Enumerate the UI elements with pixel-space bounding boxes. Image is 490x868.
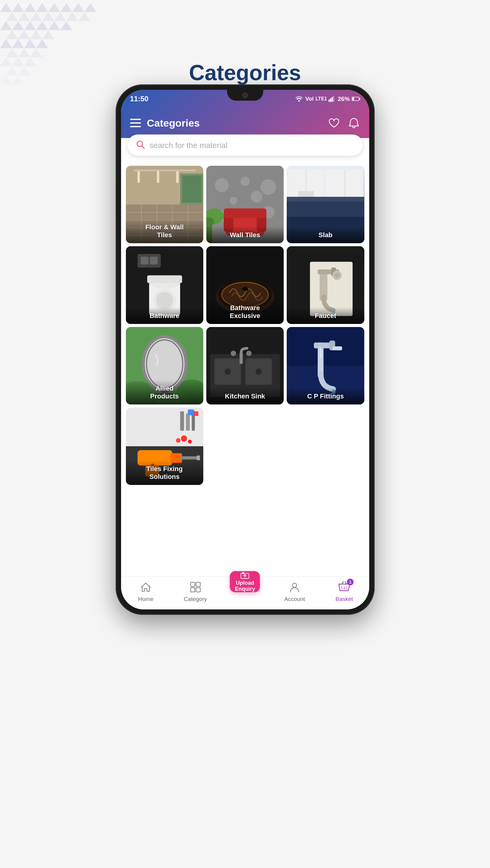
svg-marker-35 [6, 66, 18, 75]
svg-rect-127 [239, 352, 242, 364]
svg-rect-45 [359, 98, 360, 100]
svg-rect-156 [196, 582, 200, 587]
notification-button[interactable] [348, 117, 360, 129]
vol-down-button[interactable] [374, 199, 374, 223]
svg-rect-52 [137, 171, 140, 183]
search-bar[interactable]: search for the material [127, 134, 363, 156]
header-title: Categories [147, 117, 328, 129]
floor-wall-label: Floor & WallTiles [130, 223, 200, 239]
menu-button[interactable] [130, 119, 141, 127]
svg-marker-18 [36, 21, 48, 30]
category-card-faucet[interactable]: Faucet [287, 246, 364, 324]
svg-rect-41 [330, 98, 331, 102]
cp-fittings-overlay: C P Fittings [287, 388, 364, 404]
svg-marker-23 [30, 30, 42, 39]
category-card-floor-wall[interactable]: Floor & WallTiles [126, 166, 203, 243]
svg-line-48 [142, 146, 144, 148]
svg-point-70 [251, 191, 263, 203]
svg-marker-17 [24, 21, 36, 30]
svg-line-167 [346, 587, 347, 590]
category-card-allied-products[interactable]: AlliedProducts [126, 327, 203, 404]
svg-rect-144 [188, 409, 193, 415]
svg-point-67 [240, 177, 250, 186]
slab-overlay: Slab [287, 226, 364, 243]
category-card-wall-tiles[interactable]: Wall Tiles [206, 166, 284, 243]
svg-point-153 [188, 440, 192, 444]
category-icon [189, 580, 202, 594]
nav-category[interactable]: Category [170, 580, 220, 602]
category-card-cp-fittings[interactable]: C P Fittings [287, 327, 364, 404]
wall-tiles-label: Wall Tiles [210, 231, 280, 239]
svg-marker-34 [24, 57, 36, 66]
svg-line-165 [341, 587, 342, 590]
svg-marker-8 [6, 12, 18, 21]
svg-marker-7 [84, 3, 96, 12]
svg-marker-6 [72, 3, 84, 12]
svg-rect-43 [333, 96, 334, 102]
svg-rect-40 [329, 99, 330, 102]
account-label: Account [284, 596, 305, 602]
svg-marker-25 [0, 39, 12, 48]
svg-marker-4 [48, 3, 60, 12]
category-label: Category [184, 596, 207, 602]
svg-rect-137 [332, 346, 342, 350]
svg-rect-142 [186, 413, 190, 431]
svg-marker-33 [12, 57, 24, 66]
category-card-bathware[interactable]: Bathware [126, 246, 203, 324]
header-bar: Categories [121, 108, 369, 138]
header-actions [328, 117, 360, 129]
svg-marker-14 [78, 12, 90, 21]
svg-marker-10 [30, 12, 42, 21]
category-card-tiles-fixing[interactable]: Tiles FixingSolutions [126, 407, 203, 485]
faucet-label: Faucet [290, 312, 360, 320]
svg-marker-29 [6, 48, 18, 57]
allied-products-overlay: AlliedProducts [126, 380, 203, 404]
signal-icon: Vol [305, 96, 314, 102]
bathware-exclusive-overlay: BathwareExclusive [206, 299, 284, 324]
kitchen-sink-overlay: Kitchen Sink [206, 388, 284, 404]
svg-point-152 [181, 435, 187, 442]
svg-marker-22 [18, 30, 30, 39]
nav-basket[interactable]: 1 Basket [320, 580, 369, 602]
nav-account[interactable]: Account [270, 580, 320, 602]
power-button[interactable] [116, 187, 116, 217]
search-placeholder: search for the material [150, 141, 228, 150]
category-card-kitchen-sink[interactable]: Kitchen Sink [206, 327, 284, 404]
svg-point-68 [261, 179, 276, 195]
svg-rect-51 [133, 170, 195, 171]
basket-badge: 1 [347, 579, 354, 585]
nav-home[interactable]: Home [121, 580, 171, 602]
svg-rect-88 [298, 191, 314, 197]
svg-marker-24 [42, 30, 54, 39]
categories-grid: Floor & WallTiles [121, 162, 369, 576]
svg-rect-53 [157, 171, 159, 183]
svg-rect-155 [191, 582, 195, 587]
category-card-bathware-exclusive[interactable]: BathwareExclusive [206, 246, 284, 324]
svg-marker-15 [0, 21, 12, 30]
svg-marker-0 [0, 3, 12, 12]
svg-marker-2 [24, 3, 36, 12]
svg-marker-13 [66, 12, 78, 21]
svg-marker-27 [24, 39, 36, 48]
nav-upload-enquiry[interactable]: UploadEnquiry [220, 577, 270, 592]
upload-enquiry-button[interactable]: UploadEnquiry [230, 571, 260, 592]
svg-rect-96 [147, 276, 182, 283]
faucet-overlay: Faucet [287, 307, 364, 324]
svg-point-66 [215, 178, 229, 192]
svg-rect-77 [224, 209, 266, 218]
slab-label: Slab [290, 231, 360, 239]
camera [242, 93, 248, 98]
svg-rect-148 [180, 456, 198, 459]
svg-marker-11 [42, 12, 54, 21]
svg-marker-26 [12, 39, 24, 48]
svg-rect-141 [180, 411, 184, 431]
bottom-nav: Home Category [121, 576, 369, 610]
svg-rect-46 [352, 98, 354, 100]
svg-rect-64 [182, 176, 201, 203]
wishlist-button[interactable] [328, 117, 340, 129]
svg-marker-12 [54, 12, 66, 21]
svg-marker-38 [12, 75, 24, 84]
svg-rect-93 [150, 257, 158, 265]
vol-up-button[interactable] [374, 169, 374, 193]
category-card-slab[interactable]: Slab [287, 166, 364, 243]
